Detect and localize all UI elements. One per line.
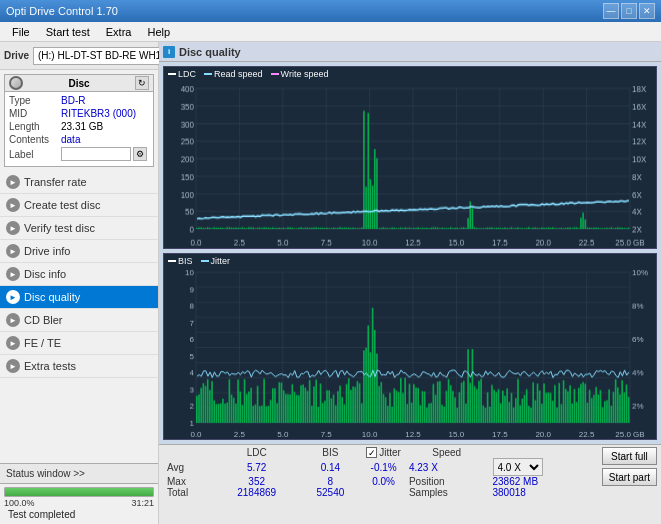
progress-bar-inner: [5, 488, 153, 496]
avg-ldc: 5.72: [215, 458, 299, 476]
chart1-container: LDC Read speed Write speed: [163, 66, 657, 249]
type-label: Type: [9, 95, 61, 106]
disc-quality-header: i Disc quality: [159, 42, 661, 62]
sidebar-item-extra-tests[interactable]: ► Extra tests: [0, 355, 158, 378]
nav-icon-extra-tests: ►: [6, 359, 20, 373]
sidebar-item-drive-info[interactable]: ► Drive info: [0, 240, 158, 263]
disc-length-row: Length 23.31 GB: [9, 121, 149, 132]
disc-panel: Disc ↻ Type BD-R MID RITEKBR3 (000) Leng…: [4, 74, 154, 167]
max-bis: 8: [298, 476, 362, 487]
chart1-legend: LDC Read speed Write speed: [168, 69, 328, 79]
main-layout: Drive (H:) HL-DT-ST BD-RE WH16NS58 TST4 …: [0, 42, 661, 524]
nav-label-verify-test-disc: Verify test disc: [24, 222, 95, 234]
disc-fields: Type BD-R MID RITEKBR3 (000) Length 23.3…: [5, 92, 153, 166]
close-button[interactable]: ✕: [639, 3, 655, 19]
checkbox-check: ✓: [368, 448, 376, 458]
avg-jitter: -0.1%: [362, 458, 405, 476]
titlebar: Opti Drive Control 1.70 — □ ✕: [0, 0, 661, 22]
disc-panel-header: Disc ↻: [5, 75, 153, 92]
minimize-button[interactable]: —: [603, 3, 619, 19]
menu-extra[interactable]: Extra: [98, 24, 140, 40]
disc-refresh-btn[interactable]: ↻: [135, 76, 149, 90]
bis-color: [168, 260, 176, 262]
sidebar-item-transfer-rate[interactable]: ► Transfer rate: [0, 171, 158, 194]
nav-label-create-test-disc: Create test disc: [24, 199, 100, 211]
nav-label-transfer-rate: Transfer rate: [24, 176, 87, 188]
nav-icon-cd-bler: ►: [6, 313, 20, 327]
type-value: BD-R: [61, 95, 149, 106]
nav-icon-drive-info: ►: [6, 244, 20, 258]
write-speed-color: [271, 73, 279, 75]
total-label: Total: [163, 487, 215, 498]
menu-file[interactable]: File: [4, 24, 38, 40]
position-value: 23862 MB: [489, 476, 592, 487]
start-full-button[interactable]: Start full: [602, 447, 657, 465]
legend-bis: BIS: [168, 256, 193, 266]
jitter-label: Jitter: [379, 447, 401, 458]
disc-quality-title: Disc quality: [179, 46, 241, 58]
max-jitter: 0.0%: [362, 476, 405, 487]
legend-write-speed: Write speed: [271, 69, 329, 79]
drive-label: Drive: [4, 50, 29, 61]
speed-select[interactable]: 4.0 X: [493, 458, 543, 476]
length-value: 23.31 GB: [61, 121, 149, 132]
sidebar: Drive (H:) HL-DT-ST BD-RE WH16NS58 TST4 …: [0, 42, 159, 524]
disc-panel-title: Disc: [68, 78, 89, 89]
label-input[interactable]: [61, 147, 131, 161]
sidebar-item-cd-bler[interactable]: ► CD Bler: [0, 309, 158, 332]
sidebar-item-fe-te[interactable]: ► FE / TE: [0, 332, 158, 355]
nav-icon-transfer-rate: ►: [6, 175, 20, 189]
status-window-label: Status window >>: [6, 468, 85, 479]
menu-start-test[interactable]: Start test: [38, 24, 98, 40]
progress-bar-outer: [4, 487, 154, 497]
status-window-button[interactable]: Status window >>: [0, 464, 158, 484]
window-controls: — □ ✕: [603, 3, 655, 19]
jitter-color: [201, 260, 209, 262]
menu-help[interactable]: Help: [139, 24, 178, 40]
maximize-button[interactable]: □: [621, 3, 637, 19]
col-header-speed: Speed: [405, 447, 489, 458]
menubar: File Start test Extra Help: [0, 22, 661, 42]
sidebar-item-disc-quality[interactable]: ► Disc quality: [0, 286, 158, 309]
start-part-button[interactable]: Start part: [602, 468, 657, 486]
mid-label: MID: [9, 108, 61, 119]
nav-label-cd-bler: CD Bler: [24, 314, 63, 326]
status-text: Test completed: [4, 508, 154, 521]
stats-bar: LDC BIS ✓ Jitter Speed: [159, 444, 661, 524]
nav-items: ► Transfer rate ► Create test disc ► Ver…: [0, 171, 158, 463]
nav-icon-fe-te: ►: [6, 336, 20, 350]
action-buttons: Start full Start part: [602, 447, 657, 486]
nav-label-fe-te: FE / TE: [24, 337, 61, 349]
mid-value: RITEKBR3 (000): [61, 108, 149, 119]
ldc-chart: [164, 67, 656, 248]
samples-label: Samples: [405, 487, 489, 498]
col-header-jitter-spacer: ✓ Jitter: [362, 447, 405, 458]
label-btn[interactable]: ⚙: [133, 147, 147, 161]
col-header-bis: BIS: [298, 447, 362, 458]
col-header-ldc: LDC: [215, 447, 299, 458]
length-label: Length: [9, 121, 61, 132]
contents-value: data: [61, 134, 149, 145]
content-area: i Disc quality LDC Read speed: [159, 42, 661, 524]
nav-label-disc-quality: Disc quality: [24, 291, 80, 303]
sidebar-item-disc-info[interactable]: ► Disc info: [0, 263, 158, 286]
disc-label-label: Label: [9, 149, 61, 160]
jitter-checkbox[interactable]: ✓: [366, 447, 377, 458]
sidebar-item-verify-test-disc[interactable]: ► Verify test disc: [0, 217, 158, 240]
total-bis: 52540: [298, 487, 362, 498]
position-label: Position: [405, 476, 489, 487]
chart2-legend: BIS Jitter: [168, 256, 230, 266]
disc-contents-row: Contents data: [9, 134, 149, 145]
speed-select-cell: 4.0 X: [489, 458, 592, 476]
max-ldc: 352: [215, 476, 299, 487]
avg-bis: 0.14: [298, 458, 362, 476]
disc-quality-icon: i: [163, 46, 175, 58]
progress-text: 100.0% 31:21: [4, 498, 154, 508]
sidebar-item-create-test-disc[interactable]: ► Create test disc: [0, 194, 158, 217]
nav-icon-verify-test-disc: ►: [6, 221, 20, 235]
disc-icon: [9, 76, 23, 90]
drive-section: Drive (H:) HL-DT-ST BD-RE WH16NS58 TST4 …: [0, 42, 158, 70]
bis-jitter-chart: [164, 254, 656, 439]
legend-read-speed: Read speed: [204, 69, 263, 79]
avg-label: Avg: [163, 458, 215, 476]
